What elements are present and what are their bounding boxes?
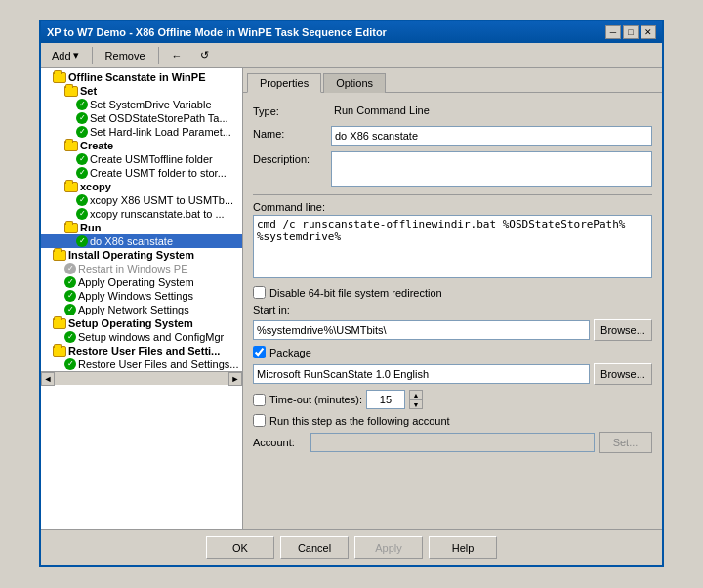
tabs-bar: Properties Options <box>243 68 662 93</box>
check-icon-10: ✓ <box>64 276 76 288</box>
scroll-right-btn[interactable]: ► <box>228 372 242 386</box>
timeout-input[interactable] <box>366 390 405 409</box>
tree-apply-network[interactable]: ✓ Apply Network Settings <box>41 303 242 316</box>
check-icon-13: ✓ <box>64 331 76 343</box>
check-icon-4: ✓ <box>76 153 88 165</box>
command-line-container: cmd /c runscanstate-offlinewindir.bat %O… <box>253 215 652 280</box>
package-label: Package <box>269 347 311 358</box>
tree-restore-group[interactable]: Restore User Files and Setti... <box>41 344 242 357</box>
tab-options-label: Options <box>336 77 373 89</box>
ok-button[interactable]: OK <box>206 536 274 559</box>
timeout-label: Time-out (minutes): <box>269 394 362 405</box>
tree-create-usmt-offline[interactable]: ✓ Create USMToffline folder <box>41 152 242 166</box>
maximize-button[interactable]: □ <box>623 25 639 39</box>
tree-set-group[interactable]: Set <box>41 84 242 98</box>
set-systemdrive-label: Set SystemDrive Variable <box>90 99 212 110</box>
restart-winpe-label: Restart in Windows PE <box>78 263 187 274</box>
tree-set-systemdrive[interactable]: ✓ Set SystemDrive Variable <box>41 98 242 111</box>
tree-setup-os-group[interactable]: Setup Operating System <box>41 316 242 330</box>
back-icon: ← <box>172 50 183 62</box>
account-label: Account: <box>253 437 307 448</box>
tree-run-selected[interactable]: ✓ do X86 scanstate <box>41 234 242 248</box>
folder-icon-set <box>64 86 78 97</box>
remove-button[interactable]: Remove <box>99 47 152 64</box>
tree-set-osdpath[interactable]: ✓ Set OSDStateStorePath Ta... <box>41 111 242 125</box>
tree-xcopy-x86[interactable]: ✓ xcopy X86 USMT to USMTb... <box>41 193 242 207</box>
tree-restart-winpe[interactable]: ✓ Restart in Windows PE <box>41 262 242 275</box>
add-button[interactable]: Add ▾ <box>45 46 86 64</box>
browse-button-2[interactable]: Browse... <box>594 363 652 385</box>
toolbar: Add ▾ Remove ← ↺ <box>41 43 662 68</box>
run-group-label: Run <box>80 222 101 233</box>
restore-files-label: Restore User Files and Settings... <box>78 358 238 370</box>
tab-properties[interactable]: Properties <box>247 73 321 93</box>
refresh-icon: ↺ <box>200 49 209 62</box>
folder-icon-xcopy <box>64 182 78 192</box>
apply-button[interactable]: Apply <box>354 536 423 559</box>
tree-restore-files[interactable]: ✓ Restore User Files and Settings... <box>41 357 242 371</box>
start-in-label: Start in: <box>253 304 290 315</box>
tab-options[interactable]: Options <box>323 73 386 93</box>
main-window: XP to W7 Demo - X86 Offline Mode in WinP… <box>39 20 664 567</box>
tree-xcopy-runscanstate[interactable]: ✓ xcopy runscanstate.bat to ... <box>41 207 242 221</box>
description-row: Description: <box>253 151 652 189</box>
tree-set-hardlink[interactable]: ✓ Set Hard-link Load Paramet... <box>41 125 242 139</box>
create-usmt-offline-label: Create USMToffline folder <box>90 153 213 165</box>
tree-create-group[interactable]: Create <box>41 139 242 152</box>
close-button[interactable]: ✕ <box>641 25 656 39</box>
check-icon-8: ✓ <box>76 235 88 247</box>
timeout-checkbox[interactable] <box>253 394 266 406</box>
back-button[interactable]: ← <box>165 47 189 64</box>
name-row: Name: <box>253 126 652 146</box>
description-input[interactable] <box>331 151 652 187</box>
start-in-input[interactable] <box>253 320 590 340</box>
browse-button-1[interactable]: Browse... <box>594 319 652 341</box>
start-in-row: Browse... <box>253 319 652 341</box>
name-input[interactable] <box>331 126 652 146</box>
run-account-label: Run this step as the following account <box>269 415 450 427</box>
check-icon-11: ✓ <box>64 290 76 302</box>
help-button[interactable]: Help <box>429 536 497 559</box>
setup-os-label: Setup Operating System <box>68 317 193 329</box>
check-icon-9: ✓ <box>64 263 76 274</box>
tree-install-os-group[interactable]: Install Operating System <box>41 248 242 262</box>
account-input <box>310 433 595 452</box>
command-line-input[interactable]: cmd /c runscanstate-offlinewindir.bat %O… <box>253 215 652 278</box>
minimize-button[interactable]: ─ <box>605 25 621 39</box>
tree-create-usmt-store[interactable]: ✓ Create USMT folder to stor... <box>41 166 242 180</box>
remove-label: Remove <box>105 50 145 62</box>
create-group-label: Create <box>80 140 113 151</box>
tree-xcopy-group[interactable]: xcopy <box>41 180 242 193</box>
tree-apply-windows[interactable]: ✓ Apply Windows Settings <box>41 289 242 303</box>
folder-icon-restore <box>53 346 66 357</box>
window-title: XP to W7 Demo - X86 Offline Mode in WinP… <box>47 26 387 38</box>
disable-64bit-checkbox[interactable] <box>253 286 266 299</box>
package-checkbox[interactable] <box>253 346 266 358</box>
run-account-checkbox[interactable] <box>253 414 266 427</box>
scroll-left-btn[interactable]: ◄ <box>41 372 55 386</box>
tree-offline-scanstate[interactable]: Offline Scanstate in WinPE <box>41 70 242 84</box>
title-bar: XP to W7 Demo - X86 Offline Mode in WinP… <box>41 21 662 43</box>
type-label: Type: <box>253 104 331 117</box>
folder-icon-run <box>64 223 78 233</box>
package-input[interactable] <box>253 364 590 384</box>
right-panel: Properties Options Type: Name: <box>243 68 662 545</box>
setup-windows-label: Setup windows and ConfigMgr <box>78 331 224 343</box>
refresh-button[interactable]: ↺ <box>193 46 216 64</box>
run-account-checkbox-row: Run this step as the following account <box>253 414 652 427</box>
cancel-button[interactable]: Cancel <box>280 536 349 559</box>
spinner-down-btn[interactable]: ▼ <box>409 399 423 409</box>
folder-icon-create <box>64 141 78 151</box>
horizontal-scrollbar[interactable]: ◄ ► <box>41 371 242 385</box>
apply-os-label: Apply Operating System <box>78 276 194 288</box>
account-row: Account: Set... <box>253 432 652 453</box>
tab-content-properties: Type: Name: Description: <box>243 93 662 466</box>
xcopy-group-label: xcopy <box>80 181 111 192</box>
set-hardlink-label: Set Hard-link Load Paramet... <box>90 126 231 138</box>
tree-setup-windows[interactable]: ✓ Setup windows and ConfigMgr <box>41 330 242 344</box>
tree-run-group[interactable]: Run <box>41 221 242 234</box>
spinner-up-btn[interactable]: ▲ <box>409 390 423 399</box>
tree-apply-os[interactable]: ✓ Apply Operating System <box>41 275 242 289</box>
type-row: Type: <box>253 101 652 120</box>
check-icon-14: ✓ <box>64 358 76 370</box>
